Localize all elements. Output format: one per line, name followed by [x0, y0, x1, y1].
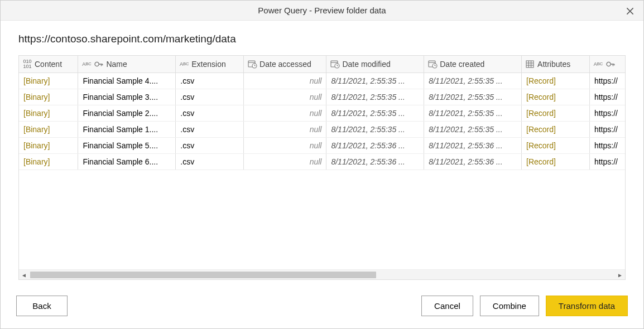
titlebar: Power Query - Preview folder data: [1, 1, 643, 21]
cell-folder-path: https://: [589, 138, 625, 154]
cell-date-created: 8/11/2021, 2:55:35 ...: [424, 89, 522, 105]
combine-button[interactable]: Combine: [480, 296, 539, 316]
svg-point-15: [607, 62, 611, 66]
svg-point-0: [95, 62, 99, 66]
datetime-type-icon: [247, 59, 257, 69]
table-row[interactable]: [Binary]Financial Sample 3.....csvnull8/…: [19, 89, 625, 105]
scroll-right-arrow-icon[interactable]: ►: [616, 271, 624, 279]
column-header-extension[interactable]: ABC Extension: [176, 56, 244, 73]
dialog-title: Power Query - Preview folder data: [258, 6, 386, 15]
cell-date-modified: 8/11/2021, 2:55:35 ...: [326, 122, 424, 138]
cell-date-created: 8/11/2021, 2:55:35 ...: [424, 105, 522, 122]
cell-folder-path: https://: [589, 105, 625, 122]
cell-extension: .csv: [176, 154, 244, 170]
scroll-thumb[interactable]: [30, 272, 376, 278]
cell-date-accessed: null: [244, 122, 326, 138]
data-table-container: 010101 Content ABC Name: [18, 55, 626, 280]
record-link[interactable]: [Record]: [526, 93, 556, 101]
record-link[interactable]: [Record]: [526, 157, 556, 166]
cell-name: Financial Sample 2....: [78, 105, 176, 122]
column-header-date-modified[interactable]: Date modified: [326, 56, 424, 73]
column-header-date-accessed[interactable]: Date accessed: [244, 56, 326, 73]
column-header-content[interactable]: 010101 Content: [19, 56, 78, 73]
table-row[interactable]: [Binary]Financial Sample 2.....csvnull8/…: [19, 105, 625, 122]
text-type-icon: ABC: [593, 60, 603, 69]
cell-name: Financial Sample 3....: [78, 89, 176, 105]
record-link[interactable]: [Record]: [526, 141, 556, 150]
record-link[interactable]: [Record]: [526, 125, 556, 134]
cell-name: Financial Sample 1....: [78, 122, 176, 138]
table-row[interactable]: [Binary]Financial Sample 1.....csvnull8/…: [19, 122, 625, 138]
cell-date-created: 8/11/2021, 2:55:36 ...: [424, 138, 522, 154]
cell-folder-path: https://: [589, 122, 625, 138]
dialog-footer: Back Cancel Combine Transform data: [1, 286, 643, 328]
close-icon: [625, 6, 635, 16]
content-area: https://contoso.sharepoint.com/marketing…: [1, 21, 643, 286]
binary-link[interactable]: [Binary]: [23, 157, 50, 166]
cell-extension: .csv: [176, 105, 244, 122]
back-button[interactable]: Back: [16, 296, 68, 316]
cell-extension: .csv: [176, 89, 244, 105]
cell-date-accessed: null: [244, 73, 326, 89]
svg-rect-10: [526, 61, 534, 67]
cell-date-modified: 8/11/2021, 2:55:36 ...: [326, 138, 424, 154]
table-row[interactable]: [Binary]Financial Sample 4.....csvnull8/…: [19, 73, 625, 89]
cell-extension: .csv: [176, 138, 244, 154]
text-type-icon: ABC: [81, 60, 92, 69]
cell-date-created: 8/11/2021, 2:55:36 ...: [424, 154, 522, 170]
horizontal-scrollbar[interactable]: ◄ ►: [19, 269, 625, 279]
table-row[interactable]: [Binary]Financial Sample 6.....csvnull8/…: [19, 154, 625, 170]
binary-link[interactable]: [Binary]: [23, 93, 50, 101]
cell-name: Financial Sample 4....: [78, 73, 176, 89]
cell-extension: .csv: [176, 122, 244, 138]
cell-extension: .csv: [176, 73, 244, 89]
cell-date-accessed: null: [244, 105, 326, 122]
cell-folder-path: https://: [589, 73, 625, 89]
scroll-left-arrow-icon[interactable]: ◄: [20, 271, 28, 279]
binary-type-icon: 010101: [22, 60, 32, 69]
cell-folder-path: https://: [589, 89, 625, 105]
cell-date-modified: 8/11/2021, 2:55:35 ...: [326, 73, 424, 89]
text-type-icon: ABC: [179, 60, 189, 69]
cell-date-modified: 8/11/2021, 2:55:35 ...: [326, 105, 424, 122]
cell-date-modified: 8/11/2021, 2:55:36 ...: [326, 154, 424, 170]
column-header-name[interactable]: ABC Name: [78, 56, 176, 73]
table-row[interactable]: [Binary]Financial Sample 5.....csvnull8/…: [19, 138, 625, 154]
cell-date-accessed: null: [244, 89, 326, 105]
table-body: [Binary]Financial Sample 4.....csvnull8/…: [19, 73, 625, 170]
folder-path: https://contoso.sharepoint.com/marketing…: [18, 33, 626, 45]
cancel-button[interactable]: Cancel: [421, 296, 473, 316]
column-header-folder-path[interactable]: ABC: [589, 56, 625, 73]
binary-link[interactable]: [Binary]: [23, 141, 50, 150]
cell-name: Financial Sample 5....: [78, 138, 176, 154]
key-icon: [94, 59, 104, 69]
record-link[interactable]: [Record]: [526, 76, 556, 85]
dialog: Power Query - Preview folder data https:…: [0, 0, 644, 329]
cell-date-created: 8/11/2021, 2:55:35 ...: [424, 73, 522, 89]
binary-link[interactable]: [Binary]: [23, 125, 50, 134]
datetime-type-icon: [427, 59, 438, 69]
key-icon: [605, 59, 616, 69]
column-header-attributes[interactable]: Attributes: [522, 56, 590, 73]
cell-name: Financial Sample 6....: [78, 154, 176, 170]
table-header-row: 010101 Content ABC Name: [19, 56, 625, 73]
close-button[interactable]: [622, 3, 638, 19]
data-table: 010101 Content ABC Name: [19, 56, 625, 170]
transform-data-button[interactable]: Transform data: [546, 296, 628, 316]
record-link[interactable]: [Record]: [526, 109, 556, 118]
binary-link[interactable]: [Binary]: [23, 109, 50, 118]
cell-date-created: 8/11/2021, 2:55:35 ...: [424, 122, 522, 138]
cell-folder-path: https://: [589, 154, 625, 170]
cell-date-modified: 8/11/2021, 2:55:35 ...: [326, 89, 424, 105]
binary-link[interactable]: [Binary]: [23, 76, 50, 85]
column-header-date-created[interactable]: Date created: [424, 56, 522, 73]
datetime-type-icon: [330, 59, 340, 69]
cell-date-accessed: null: [244, 138, 326, 154]
cell-date-accessed: null: [244, 154, 326, 170]
record-type-icon: [525, 59, 535, 69]
